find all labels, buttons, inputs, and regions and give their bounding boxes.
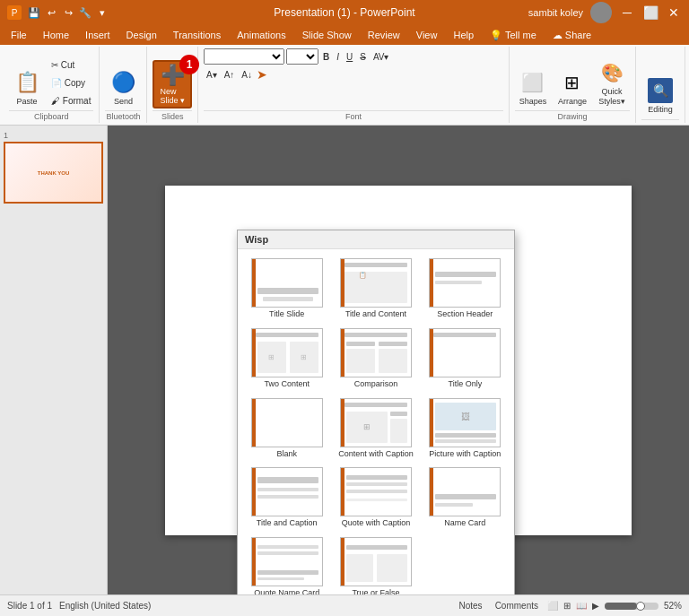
- strikethrough-btn[interactable]: S: [357, 48, 369, 65]
- layout-quote-caption[interactable]: Quote with Caption: [332, 464, 419, 532]
- layout-title-content[interactable]: 📋 Title and Content: [332, 255, 419, 323]
- layout-thumb-quote-caption: [340, 467, 412, 516]
- close-btn[interactable]: ✕: [666, 4, 682, 21]
- zoom-bar[interactable]: [605, 603, 658, 610]
- dropdown-header: Wisp: [238, 230, 514, 249]
- font-size-select[interactable]: [286, 48, 318, 65]
- font-group-label: Font: [204, 110, 503, 121]
- quick-styles-label: QuickStyles▾: [598, 87, 625, 107]
- font-buttons: B I U S AV▾ A▾ A↑ A↓ ➤: [204, 48, 503, 108]
- format-painter-button[interactable]: 🖌 Format: [48, 92, 93, 108]
- menu-review[interactable]: Review: [361, 28, 407, 42]
- ribbon-group-drawing: ⬜ Shapes ⊞ Arrange 🎨 QuickStyles▾ Drawin…: [510, 47, 636, 123]
- arrow-btn[interactable]: ➤: [257, 67, 267, 82]
- layout-section-header[interactable]: Section Header: [422, 255, 509, 323]
- layout-label-title-content: Title and Content: [345, 309, 406, 319]
- menu-design[interactable]: Design: [119, 28, 164, 42]
- dropdown-qat-btn[interactable]: ▾: [95, 5, 109, 20]
- layout-label-blank: Blank: [276, 449, 297, 459]
- menu-view[interactable]: View: [409, 28, 445, 42]
- layout-thumb-content-caption: ⊞: [340, 398, 412, 447]
- font-color-btn[interactable]: A▾: [204, 66, 220, 82]
- underline-btn[interactable]: U: [344, 48, 355, 65]
- layout-title-caption[interactable]: Title and Caption: [243, 464, 330, 532]
- more-font-btn[interactable]: AV▾: [371, 48, 392, 65]
- zoom-level[interactable]: 52%: [664, 601, 682, 611]
- layout-picture-caption[interactable]: 🖼 Picture with Caption: [422, 395, 509, 463]
- layout-quote-name-card[interactable]: Quote Name Card: [243, 534, 330, 594]
- editing-group-label: [641, 119, 679, 121]
- menu-file[interactable]: File: [4, 28, 34, 42]
- status-bar: Slide 1 of 1 English (United States) Not…: [0, 594, 689, 616]
- layout-label-true-false: True or False: [352, 588, 399, 594]
- layout-title-only[interactable]: Title Only: [422, 325, 509, 393]
- customize-qat-btn[interactable]: 🔧: [78, 5, 92, 20]
- layout-title-slide[interactable]: Title Slide: [243, 255, 330, 323]
- layout-comparison[interactable]: Comparison: [332, 325, 419, 393]
- minimize-btn[interactable]: ─: [619, 4, 635, 21]
- bold-btn[interactable]: B: [320, 48, 332, 65]
- menu-animations[interactable]: Animations: [230, 28, 292, 42]
- view-slideshow-icon[interactable]: ▶: [592, 601, 599, 611]
- view-normal-icon[interactable]: ⬜: [547, 601, 558, 611]
- slide-panel: 1 THANK YOU: [0, 126, 108, 594]
- shapes-button[interactable]: ⬜ Shapes: [515, 66, 551, 108]
- layout-label-name-card: Name Card: [444, 518, 485, 528]
- restore-btn[interactable]: ⬜: [642, 4, 658, 21]
- menu-home[interactable]: Home: [36, 28, 76, 42]
- language-indicator: English (United States): [59, 601, 151, 611]
- font-name-select[interactable]: [204, 48, 284, 65]
- redo-qat-btn[interactable]: ↪: [61, 5, 75, 20]
- notes-button[interactable]: Notes: [456, 600, 486, 612]
- font-size-down-btn[interactable]: A↓: [239, 66, 255, 82]
- arrange-icon: ⊞: [558, 68, 587, 97]
- menu-tell-me[interactable]: 💡 Tell me: [483, 28, 544, 43]
- quick-styles-button[interactable]: 🎨 QuickStyles▾: [594, 56, 630, 108]
- comments-button[interactable]: Comments: [492, 600, 542, 612]
- zoom-handle[interactable]: [636, 602, 645, 611]
- layout-true-false[interactable]: True or False: [332, 534, 419, 594]
- cut-button[interactable]: ✂ Cut: [48, 56, 93, 73]
- title-bar: P 💾 ↩ ↪ 🔧 ▾ Presentation (1) - PowerPoin…: [0, 0, 689, 25]
- copy-button[interactable]: 📄 Copy: [48, 74, 93, 91]
- slide-thumbnail-1[interactable]: THANK YOU: [4, 142, 103, 204]
- clipboard-buttons: 📋 Paste ✂ Cut 📄 Copy 🖌 Format: [9, 48, 93, 108]
- quick-styles-icon: 🎨: [597, 58, 626, 87]
- bluetooth-icon: 🔵: [109, 68, 137, 97]
- layout-two-content[interactable]: ⊞ ⊞ Two Content: [243, 325, 330, 393]
- ribbon-group-clipboard: 📋 Paste ✂ Cut 📄 Copy 🖌 Format Clipboard: [4, 47, 100, 123]
- editing-button[interactable]: 🔍 Editing: [644, 74, 676, 117]
- badge-1: 1: [179, 55, 199, 74]
- layouts-grid: Title Slide 📋 Title and Content: [238, 249, 514, 594]
- arrange-button[interactable]: ⊞ Arrange: [554, 66, 590, 108]
- new-slide-button[interactable]: ➕ NewSlide ▾ 1: [153, 60, 192, 108]
- layout-label-comparison: Comparison: [354, 379, 398, 389]
- menu-slideshow[interactable]: Slide Show: [295, 28, 359, 42]
- shapes-label: Shapes: [519, 97, 547, 107]
- user-name: sambit koley: [528, 7, 583, 18]
- shapes-icon: ⬜: [519, 68, 547, 97]
- layout-content-caption[interactable]: ⊞ Content with Caption: [332, 395, 419, 463]
- layout-label-quote-name-card: Quote Name Card: [254, 588, 319, 594]
- save-qat-btn[interactable]: 💾: [27, 5, 41, 20]
- layout-thumb-comparison: [340, 328, 412, 377]
- menu-insert[interactable]: Insert: [78, 28, 118, 42]
- italic-btn[interactable]: I: [334, 48, 342, 65]
- font-size-up-btn[interactable]: A↑: [222, 66, 238, 82]
- menu-share[interactable]: ☁ Share: [545, 28, 598, 43]
- view-slide-sorter-icon[interactable]: ⊞: [563, 601, 571, 611]
- slide-info: Slide 1 of 1: [7, 601, 52, 611]
- send-label: Send: [114, 97, 133, 107]
- send-button[interactable]: 🔵 Send: [105, 66, 141, 108]
- view-reading-icon[interactable]: 📖: [576, 601, 587, 611]
- menu-help[interactable]: Help: [446, 28, 481, 42]
- layout-dropdown[interactable]: Wisp Title Slide: [237, 230, 515, 594]
- undo-qat-btn[interactable]: ↩: [44, 5, 58, 20]
- ribbon-group-editing: 🔍 Editing: [636, 47, 685, 123]
- layout-blank[interactable]: Blank: [243, 395, 330, 463]
- layout-label-two-content: Two Content: [264, 379, 310, 389]
- layout-name-card[interactable]: Name Card: [422, 464, 509, 532]
- window-title: Presentation (1) - PowerPoint: [274, 6, 414, 19]
- paste-button[interactable]: 📋 Paste: [9, 66, 45, 108]
- menu-transitions[interactable]: Transitions: [166, 28, 228, 42]
